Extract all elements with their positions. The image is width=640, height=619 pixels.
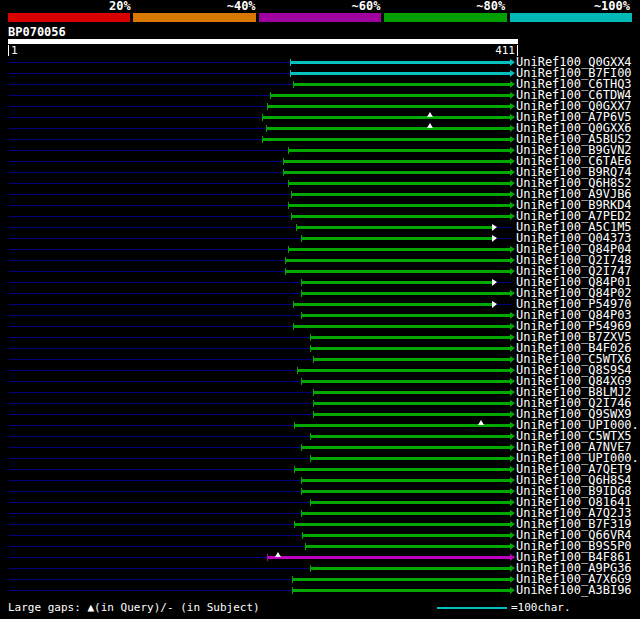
alignment-bar[interactable]	[301, 314, 510, 317]
alignment-bar[interactable]	[288, 204, 509, 207]
alignment-bar[interactable]	[313, 413, 510, 416]
alignment-bar[interactable]	[310, 336, 509, 339]
bar-start-tick	[291, 191, 292, 198]
alignment-bar[interactable]	[302, 534, 510, 537]
arrow-icon	[510, 125, 515, 132]
alignment-bar[interactable]	[310, 567, 509, 570]
arrow-icon	[510, 103, 515, 110]
arrow-icon	[510, 158, 515, 165]
arrow-icon	[510, 147, 515, 154]
arrow-icon	[510, 510, 515, 517]
bar-start-tick	[296, 224, 297, 231]
gap-arrow-icon	[492, 235, 497, 242]
alignment-bar[interactable]	[288, 248, 509, 251]
alignment-bar[interactable]	[288, 182, 509, 185]
alignment-bar[interactable]	[267, 105, 509, 108]
bar-start-tick	[302, 532, 303, 539]
alignment-bar[interactable]	[292, 578, 510, 581]
alignment-bar[interactable]	[283, 160, 509, 163]
bar-start-tick	[288, 180, 289, 187]
alignment-bar[interactable]	[267, 556, 509, 559]
alignment-bar[interactable]	[288, 149, 509, 152]
arrow-icon	[510, 345, 515, 352]
alignment-bar[interactable]	[301, 446, 510, 449]
bar-start-tick	[310, 565, 311, 572]
identity-scale-label: ~80%	[435, 1, 505, 12]
alignment-bar[interactable]	[291, 193, 510, 196]
bar-start-tick	[266, 125, 267, 132]
alignment-bar[interactable]	[301, 479, 510, 482]
arrow-icon	[510, 323, 515, 330]
gap-arrow-icon	[492, 301, 497, 308]
alignment-bar[interactable]	[313, 358, 510, 361]
alignment-bar[interactable]	[293, 303, 492, 306]
alignment-bar[interactable]	[305, 545, 509, 548]
alignment-bar[interactable]	[310, 347, 509, 350]
alignment-bar[interactable]	[301, 490, 510, 493]
alignment-bar[interactable]	[293, 83, 509, 86]
query-ruler: 1 411	[8, 45, 518, 56]
arrow-icon	[510, 202, 515, 209]
alignment-bar[interactable]	[291, 215, 510, 218]
alignment-bar[interactable]	[297, 369, 510, 372]
bar-start-tick	[313, 356, 314, 363]
scale-line-icon	[437, 607, 507, 609]
identity-scale-segment	[8, 13, 130, 22]
subject-label[interactable]: UniRef100_A3BI96	[516, 585, 632, 596]
alignment-bar[interactable]	[313, 391, 510, 394]
arrow-icon	[510, 312, 515, 319]
alignment-bar[interactable]	[294, 468, 509, 471]
alignment-bar[interactable]	[290, 61, 510, 64]
bar-start-tick	[288, 147, 289, 154]
arrow-icon	[510, 422, 515, 429]
alignment-bar[interactable]	[270, 94, 510, 97]
alignment-bar[interactable]	[294, 523, 509, 526]
alignment-bar[interactable]	[285, 270, 510, 273]
alignment-bar[interactable]	[293, 325, 509, 328]
bar-start-tick	[292, 587, 293, 594]
arrow-icon	[510, 488, 515, 495]
ruler-end-label: 411	[495, 45, 518, 56]
alignment-bar[interactable]	[301, 281, 493, 284]
alignment-bar[interactable]	[262, 116, 509, 119]
bar-start-tick	[301, 312, 302, 319]
alignment-bar[interactable]	[313, 402, 510, 405]
arrow-icon	[510, 290, 515, 297]
alignment-bar[interactable]	[301, 512, 510, 515]
identity-scale-segment	[259, 13, 381, 22]
arrow-icon	[510, 180, 515, 187]
bar-start-tick	[313, 400, 314, 407]
arrow-icon	[510, 532, 515, 539]
alignment-bar[interactable]	[292, 589, 510, 592]
bar-start-tick	[262, 114, 263, 121]
alignment-bar[interactable]	[290, 72, 510, 75]
arrow-icon	[510, 576, 515, 583]
alignment-bar[interactable]	[296, 226, 493, 229]
query-bar	[8, 39, 518, 44]
alignment-bar[interactable]	[301, 237, 493, 240]
alignment-bar[interactable]	[310, 457, 509, 460]
large-gap-marker-icon	[478, 420, 484, 425]
identity-scale-bar	[8, 13, 632, 22]
alignment-rows: UniRef100_Q0GXX4UniRef100_B7FI00UniRef10…	[0, 57, 640, 596]
alignment-bar[interactable]	[310, 435, 509, 438]
arrow-icon	[510, 499, 515, 506]
bar-start-tick	[310, 499, 311, 506]
bar-start-tick	[288, 246, 289, 253]
arrow-icon	[510, 400, 515, 407]
alignment-bar[interactable]	[262, 138, 509, 141]
bar-start-tick	[305, 543, 306, 550]
bar-start-tick	[310, 455, 311, 462]
alignment-bar[interactable]	[301, 292, 510, 295]
alignment-bar[interactable]	[285, 259, 510, 262]
alignment-bar[interactable]	[301, 380, 510, 383]
arrow-icon	[510, 81, 515, 88]
alignment-bar[interactable]	[310, 501, 509, 504]
alignment-bar[interactable]	[266, 127, 509, 130]
arrow-icon	[510, 334, 515, 341]
arrow-icon	[510, 70, 515, 77]
alignment-bar[interactable]	[283, 171, 509, 174]
bar-start-tick	[267, 554, 268, 561]
gap-arrow-icon	[492, 224, 497, 231]
alignment-bar[interactable]	[294, 424, 509, 427]
